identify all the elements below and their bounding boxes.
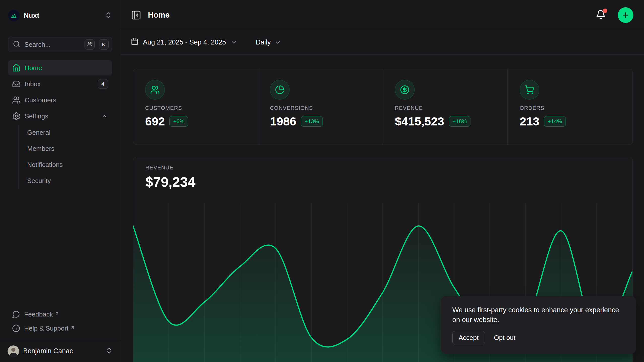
stat-card-revenue[interactable]: REVENUE $415,523 +18% [383, 69, 508, 145]
search-icon [13, 40, 20, 48]
home-icon [12, 64, 21, 72]
avatar-image [8, 345, 19, 357]
sidebar-subitem-notifications[interactable]: Notifications [26, 157, 112, 172]
chevrons-up-down-icon [104, 11, 112, 19]
notification-dot [603, 9, 607, 13]
sidebar: Nuxt Search... ⌘ K HomeInbox4CustomersSe… [0, 0, 120, 362]
search-icon [13, 40, 20, 49]
sidebar-item-inbox[interactable]: Inbox4 [8, 76, 112, 92]
users-icon [150, 85, 160, 95]
sidebar-subitem-security[interactable]: Security [26, 173, 112, 189]
date-range-value: Aug 21, 2025 - Sep 4, 2025 [143, 38, 226, 46]
chevron-down-icon [274, 39, 281, 46]
stat-delta-badge: +18% [449, 116, 471, 127]
gear-icon [12, 112, 21, 120]
sidebar-link-help-support[interactable]: Help & Support [8, 321, 112, 335]
arrow-up-right-icon [55, 311, 59, 316]
chevron-up-icon [101, 113, 108, 120]
nuxt-logo [10, 12, 18, 19]
kbd-meta: ⌘ [85, 39, 95, 50]
calendar-icon [131, 38, 138, 47]
stat-card-customers[interactable]: CUSTOMERS 692 +6% [133, 69, 258, 145]
stat-value: $415,523 [395, 114, 444, 128]
search-placeholder: Search... [24, 41, 80, 49]
sidebar-link-label: Help & Support [24, 325, 68, 332]
notifications-button[interactable] [596, 10, 606, 21]
cart-icon [525, 85, 534, 95]
filters-toolbar: Aug 21, 2025 - Sep 4, 2025 Daily [120, 30, 644, 55]
sidebar-item-settings[interactable]: Settings [8, 109, 112, 124]
arrow-up-right-icon [70, 325, 75, 330]
stat-delta-badge: +6% [169, 116, 188, 127]
sidebar-item-home[interactable]: Home [8, 60, 112, 75]
stat-label: CUSTOMERS [145, 105, 248, 111]
chevrons-up-down-icon[interactable] [104, 11, 112, 20]
stat-delta-badge: +13% [301, 116, 323, 127]
sidebar-item-label: Customers [25, 96, 108, 104]
revenue-chart-header: REVENUE $79,234 [133, 157, 632, 190]
stat-value: 213 [520, 114, 539, 128]
sidebar-item-label: Home [25, 64, 108, 72]
chevron-down-icon [230, 39, 237, 46]
chevron-down-icon [230, 39, 237, 46]
add-button[interactable] [618, 7, 633, 23]
stat-label: ORDERS [520, 105, 622, 111]
user-name: Benjamin Canac [23, 347, 101, 355]
pie-chart-icon [275, 85, 285, 95]
granularity-select[interactable]: Daily [256, 38, 281, 46]
sidebar-item-label: Settings [25, 112, 97, 120]
sidebar-item-customers[interactable]: Customers [8, 93, 112, 108]
plus-icon [622, 11, 630, 19]
inbox-count-badge: 4 [98, 79, 108, 89]
chevrons-up-down-icon [105, 347, 113, 354]
sidebar-subitem-general[interactable]: General [26, 125, 112, 140]
sidebar-subitem-members[interactable]: Members [26, 141, 112, 156]
brand-name: Nuxt [24, 12, 100, 20]
date-range-picker[interactable]: Aug 21, 2025 - Sep 4, 2025 [131, 38, 237, 47]
stat-label: REVENUE [395, 105, 497, 111]
cart-icon [520, 80, 539, 100]
workspace-switcher[interactable]: Nuxt [8, 9, 112, 23]
pie-chart-icon [270, 80, 290, 100]
revenue-chart-label: REVENUE [145, 165, 632, 171]
granularity-value: Daily [256, 38, 271, 46]
inbox-icon [12, 80, 21, 88]
sidebar-subnav-settings: GeneralMembersNotificationsSecurity [18, 125, 112, 189]
stat-card-conversions[interactable]: CONVERSIONS 1986 +13% [258, 69, 383, 145]
sidebar-item-label: Inbox [25, 80, 94, 88]
nuxt-logo [8, 10, 20, 21]
chevron-down-icon [274, 39, 281, 46]
chevrons-up-down-icon [105, 347, 113, 355]
avatar [8, 345, 19, 357]
sidebar-spacer [8, 189, 112, 307]
stat-label: CONVERSIONS [270, 105, 372, 111]
cookie-actions: Accept Opt out [452, 331, 624, 344]
dollar-circle-icon [400, 85, 410, 95]
stat-value: 692 [145, 114, 165, 128]
accept-button[interactable]: Accept [452, 331, 485, 344]
cookie-message: We use first-party cookies to enhance yo… [452, 305, 624, 325]
page-header: Home [120, 0, 644, 30]
stat-card-orders[interactable]: ORDERS 213 +14% [508, 69, 632, 145]
stat-value: 1986 [270, 114, 296, 128]
sidebar-link-label: Feedback [24, 310, 53, 318]
message-bubble-icon [12, 310, 20, 318]
app-root: Nuxt Search... ⌘ K HomeInbox4CustomersSe… [0, 0, 644, 362]
sidebar-link-feedback[interactable]: Feedback [8, 307, 112, 321]
panel-left-close-icon [131, 10, 141, 20]
stats-card: CUSTOMERS 692 +6% CONVERSIONS 1986 +13% … [133, 69, 633, 145]
dollar-circle-icon [395, 80, 415, 100]
panel-left-close-icon[interactable] [131, 10, 141, 20]
cookie-banner: We use first-party cookies to enhance yo… [441, 296, 636, 354]
users-icon [12, 96, 21, 104]
users-icon [145, 80, 165, 100]
kbd-k: K [99, 39, 109, 50]
opt-out-button[interactable]: Opt out [494, 334, 515, 342]
info-circle-icon [12, 324, 20, 332]
user-menu[interactable]: Benjamin Canac [0, 340, 120, 362]
calendar-icon [131, 38, 138, 45]
revenue-chart-value: $79,234 [145, 174, 632, 190]
page-title: Home [148, 11, 589, 20]
sidebar-nav: HomeInbox4CustomersSettingsGeneralMember… [8, 60, 112, 189]
search-input[interactable]: Search... ⌘ K [8, 37, 112, 52]
